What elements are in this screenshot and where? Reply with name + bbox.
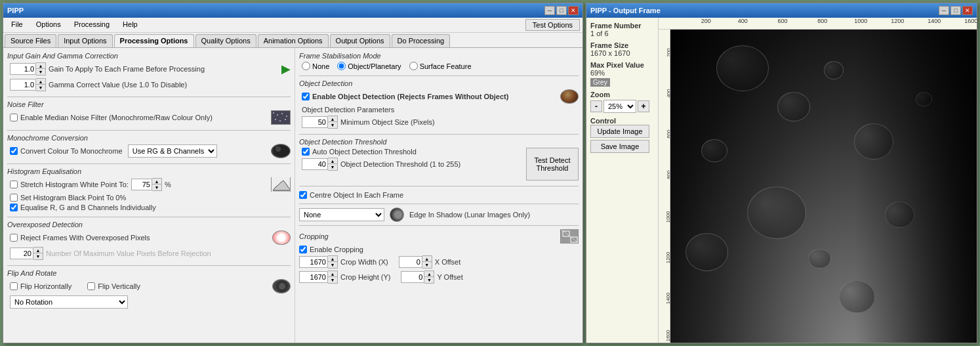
test-options-button[interactable]: Test Options <box>525 19 580 31</box>
gain-up[interactable]: ▲ <box>36 63 45 69</box>
x-offset-input[interactable] <box>399 256 422 268</box>
ruler-v-600: 600 <box>666 129 671 138</box>
max-value-label: Number Of Maximum Value Pixels Before Re… <box>46 249 211 257</box>
gain-spin: ▲ ▼ <box>36 62 46 76</box>
gamma-input-group: ▲ ▼ <box>10 78 46 91</box>
flip-v-checkbox[interactable] <box>87 282 95 290</box>
rotation-select[interactable]: No Rotation Rotate 90° CW Rotate 180° Ro… <box>10 295 128 309</box>
object-planetary-radio[interactable] <box>337 62 346 70</box>
monochrome-select[interactable]: Use RG & B Channels Use R Channel Use G … <box>128 144 217 158</box>
enable-obj-detect-checkbox[interactable] <box>302 93 310 100</box>
output-maximize-button[interactable]: □ <box>950 6 961 15</box>
tab-quality-options[interactable]: Quality Options <box>195 34 256 47</box>
threshold-up[interactable]: ▲ <box>328 158 337 164</box>
black-point-checkbox[interactable] <box>10 194 18 202</box>
y-offset-down[interactable]: ▼ <box>424 277 434 283</box>
flip-h-checkbox[interactable] <box>10 282 18 290</box>
tab-processing-options[interactable]: Processing Options <box>114 34 194 47</box>
gamma-up[interactable]: ▲ <box>36 79 45 85</box>
menu-help[interactable]: Help <box>117 19 143 31</box>
maximize-button[interactable]: □ <box>556 6 567 15</box>
crop-height-up[interactable]: ▲ <box>328 271 337 277</box>
gamma-input[interactable] <box>10 79 36 91</box>
svg-point-8 <box>274 145 289 157</box>
flip-h-label: Flip Horizontally <box>20 282 71 290</box>
object-planetary-radio-label[interactable]: Object/Planetary <box>337 62 401 70</box>
menu-processing[interactable]: Processing <box>69 19 115 31</box>
input-gain-title: Input Gain And Gamma Correction <box>7 52 291 60</box>
auto-threshold-checkbox[interactable] <box>302 148 310 156</box>
max-value-up[interactable]: ▲ <box>33 248 43 253</box>
menu-options[interactable]: Options <box>31 19 66 31</box>
output-minimize-button[interactable]: ─ <box>939 6 949 15</box>
zoom-select[interactable]: 25% 50% 75% 100% <box>603 100 636 113</box>
edge-shadow-row: None Edge In Shadow (Lunar Images Only) <box>299 207 579 222</box>
overexposed-checkbox[interactable] <box>10 234 18 242</box>
crop-height-input[interactable] <box>299 271 328 283</box>
stretch-input[interactable] <box>131 179 152 190</box>
stretch-checkbox[interactable] <box>10 181 18 188</box>
grey-badge: Grey <box>590 78 610 87</box>
crop-width-input[interactable] <box>299 256 328 268</box>
moon-phase-icon <box>390 207 404 222</box>
tab-do-processing[interactable]: Do Processing <box>392 34 451 47</box>
min-size-up[interactable]: ▲ <box>328 116 337 122</box>
threshold-input[interactable] <box>302 158 328 170</box>
x-offset-up[interactable]: ▲ <box>422 256 432 262</box>
max-value-down[interactable]: ▼ <box>33 253 43 259</box>
y-offset-input[interactable] <box>401 271 424 283</box>
y-offset-up[interactable]: ▲ <box>424 271 434 277</box>
monochrome-checkbox[interactable] <box>10 147 18 155</box>
noise-filter-checkbox[interactable] <box>10 114 18 121</box>
x-offset-down[interactable]: ▼ <box>422 262 432 268</box>
ruler-top: 200 400 600 800 1000 1200 1400 1600 <box>659 18 977 30</box>
gain-input[interactable] <box>10 63 36 75</box>
equalise-checkbox[interactable] <box>10 204 18 211</box>
black-point-label: Set Histogram Black Point To 0% <box>20 194 126 202</box>
divider-r3 <box>299 186 579 186</box>
minimize-button[interactable]: ─ <box>544 6 555 15</box>
crop-height-down[interactable]: ▼ <box>328 277 337 283</box>
gain-down[interactable]: ▼ <box>36 69 45 75</box>
crater-1 <box>716 45 769 91</box>
overexposed-section: Overexposed Detection Reject Frames With… <box>7 221 291 260</box>
zoom-plus-button[interactable]: + <box>638 100 649 112</box>
crop-width-up[interactable]: ▲ <box>328 256 337 262</box>
enable-cropping-checkbox[interactable] <box>299 246 307 253</box>
tab-input-options[interactable]: Input Options <box>58 34 112 47</box>
none-radio-label[interactable]: None <box>302 62 329 70</box>
stretch-down[interactable]: ▼ <box>152 184 161 190</box>
max-value-input[interactable] <box>10 248 33 259</box>
centre-object-checkbox[interactable] <box>299 191 307 199</box>
gain-row: ▲ ▼ Gain To Apply To Each Frame Before P… <box>10 62 291 76</box>
surface-feature-radio[interactable] <box>409 62 418 70</box>
edge-shadow-select[interactable]: None <box>299 208 384 221</box>
zoom-controls: - 25% 50% 75% 100% + <box>590 100 654 113</box>
save-image-button[interactable]: Save Image <box>590 140 649 153</box>
frame-number-value: 1 of 6 <box>590 30 654 37</box>
histogram-section: Histogram Equalisation Stretch Histogram… <box>7 167 291 211</box>
tab-animation-options[interactable]: Animation Options <box>258 34 329 47</box>
divider-r5 <box>299 225 579 226</box>
stretch-up[interactable]: ▲ <box>152 179 161 184</box>
tab-source-files[interactable]: Source Files <box>5 34 56 47</box>
stretch-spin: ▲ ▼ <box>152 178 162 191</box>
min-size-label: Minimum Object Size (Pixels) <box>340 118 435 126</box>
x-offset-spin: ▲ ▼ <box>422 255 432 269</box>
tab-output-options[interactable]: Output Options <box>330 34 390 47</box>
menu-file[interactable]: File <box>6 19 28 31</box>
zoom-minus-button[interactable]: - <box>590 100 602 112</box>
gamma-down[interactable]: ▼ <box>36 85 45 91</box>
min-size-down[interactable]: ▼ <box>328 122 337 128</box>
left-panel: Input Gain And Gamma Correction ▲ ▼ Gain… <box>3 48 295 343</box>
crop-width-down[interactable]: ▼ <box>328 262 337 268</box>
min-size-input[interactable] <box>302 116 328 128</box>
none-radio[interactable] <box>302 62 310 70</box>
output-close-button[interactable]: ✕ <box>962 6 973 15</box>
test-detect-threshold-button[interactable]: Test DetectThreshold <box>526 148 579 181</box>
play-icon: ▶ <box>281 62 291 76</box>
threshold-down[interactable]: ▼ <box>328 164 337 170</box>
surface-feature-radio-label[interactable]: Surface Feature <box>409 62 472 70</box>
update-image-button[interactable]: Update Image <box>590 125 649 138</box>
close-button[interactable]: ✕ <box>568 6 579 15</box>
